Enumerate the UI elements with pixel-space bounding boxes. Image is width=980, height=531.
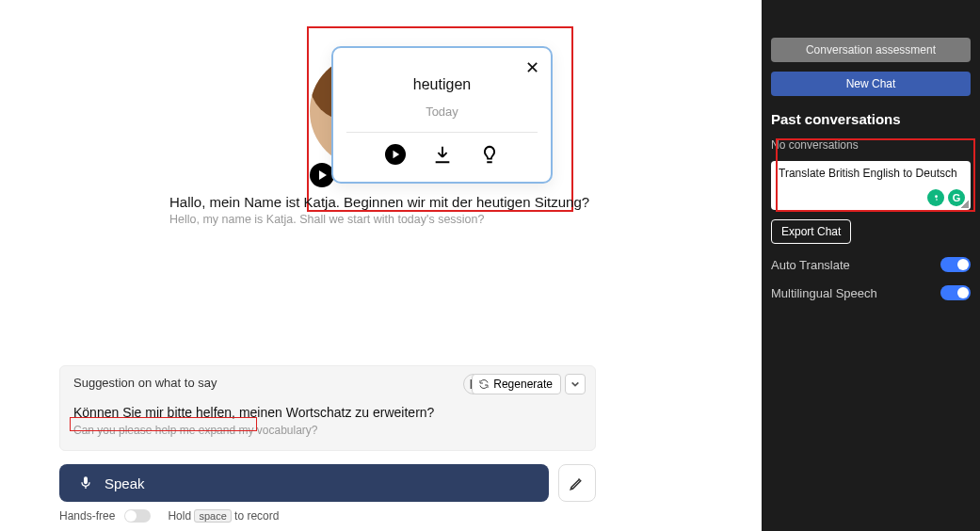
multilingual-toggle[interactable] <box>940 285 971 300</box>
chat-input-text: Translate British English to Deutsch <box>779 167 957 180</box>
svg-point-0 <box>935 195 938 198</box>
bot-message-en: Hello, my name is Katja. Shall we start … <box>169 213 484 226</box>
handsfree-label: Hands-free <box>59 509 115 523</box>
suggestion-card: Suggestion on what to say Regenerate Kön… <box>59 365 596 451</box>
suggestion-text-de: Können Sie mir bitte helfen, meinen Wort… <box>73 405 582 420</box>
chat-input[interactable]: Translate British English to Deutsch G <box>771 161 971 210</box>
tooltip-translation: Today <box>346 105 538 119</box>
past-conversations-title: Past conversations <box>771 111 971 127</box>
new-chat-button[interactable]: New Chat <box>771 72 971 96</box>
hold-hint: Hold space to record <box>168 509 279 523</box>
tooltip-word: heutigen <box>346 76 538 93</box>
play-audio-icon[interactable] <box>385 144 406 165</box>
regenerate-button[interactable]: Regenerate <box>472 374 561 394</box>
close-icon[interactable]: ✕ <box>525 57 539 78</box>
bot-message-de: Hallo, mein Name ist Katja. Beginnen wir… <box>169 194 589 210</box>
edit-button[interactable] <box>558 464 596 502</box>
sidebar: Conversation assessment New Chat Past co… <box>762 0 980 531</box>
microphone-icon <box>78 475 93 491</box>
auto-translate-toggle[interactable] <box>940 257 971 272</box>
speak-button[interactable]: Speak <box>59 464 549 502</box>
resize-handle[interactable] <box>961 201 969 208</box>
regenerate-dropdown[interactable] <box>565 374 586 394</box>
pencil-icon <box>569 475 586 491</box>
export-chat-button[interactable]: Export Chat <box>771 219 851 244</box>
no-conversations-text: No conversations <box>771 138 971 152</box>
grammar-icon[interactable] <box>927 189 944 206</box>
handsfree-toggle[interactable] <box>124 509 151 523</box>
space-key: space <box>194 509 231 523</box>
regenerate-label: Regenerate <box>493 378 553 391</box>
suggestion-text-en: Can you please help me expand my vocabul… <box>73 424 582 437</box>
multilingual-label: Multilingual Speech <box>771 286 877 300</box>
auto-translate-label: Auto Translate <box>771 258 850 272</box>
divider <box>346 132 538 133</box>
lightbulb-icon[interactable] <box>479 144 500 165</box>
word-tooltip: ✕ heutigen Today <box>331 46 553 184</box>
conversation-assessment-button[interactable]: Conversation assessment <box>771 38 971 62</box>
download-icon[interactable] <box>432 144 453 165</box>
speak-label: Speak <box>104 475 145 491</box>
